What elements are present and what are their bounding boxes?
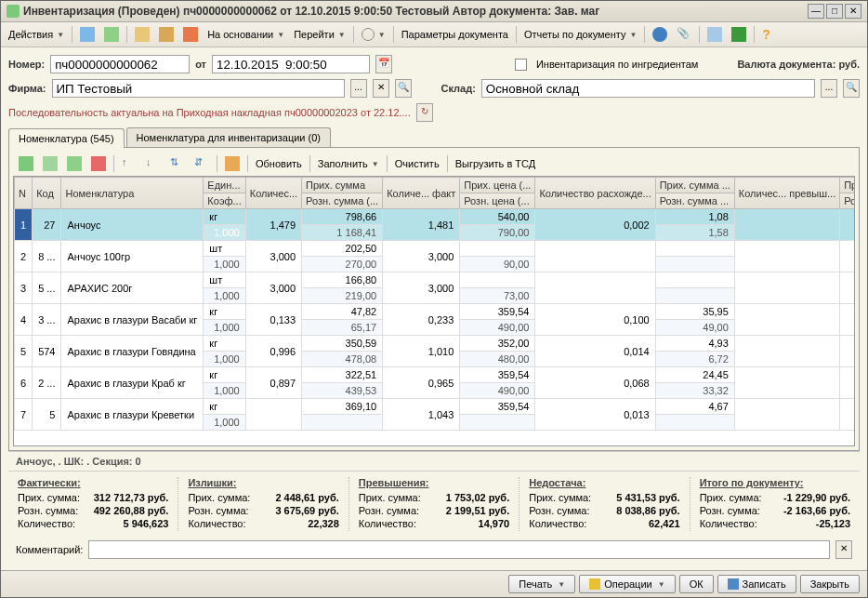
fill-menu[interactable]: Заполнить▼ [314,156,383,171]
doc-col: Итого по документу: Прих. сумма:-1 229,9… [690,477,860,531]
col-psumover[interactable]: Прих. сумма превы... [840,178,855,193]
window-title: Инвентаризация (Проведен) пч000000000006… [23,5,808,18]
col-n[interactable]: N [15,178,33,209]
firm-input[interactable] [52,79,345,98]
table-toolbar: ↑ ↓ ⇅ ⇵ Обновить Заполнить▼ Очистить Выг… [13,152,855,176]
table-row[interactable]: 43 ...Арахис в глазури Васаби кгкг0,1334… [15,304,856,320]
refresh-button[interactable]: Обновить [252,156,306,171]
titlebar: Инвентаризация (Проведен) пч000000000006… [1,1,867,22]
sequence-refresh-icon[interactable]: ↻ [416,103,433,122]
col-pprice[interactable]: Прих. цена (... [460,178,535,193]
list-icon[interactable] [704,25,726,44]
col-code[interactable]: Код [33,178,61,209]
info-icon[interactable] [649,25,671,44]
cancel-button[interactable]: Закрыть [800,575,860,593]
tab-inventory-nomen[interactable]: Номенклатура для инвентаризации (0) [126,127,331,147]
col-koef[interactable]: Коэф... [204,193,245,209]
fact-col: Фактически: Прих. сумма:312 712,73 руб. … [8,477,178,531]
ingredients-label: Инвентаризация по ингредиентам [536,59,699,70]
table-row[interactable]: 28 ...Анчоус 100гршт3,000202,503,000 [15,241,856,257]
warehouse-search-icon[interactable]: 🔍 [843,79,860,98]
ingredients-checkbox[interactable] [515,59,527,71]
toolbar-icon-2[interactable] [100,25,123,44]
export-tsd-button[interactable]: Выгрузить в ТСД [452,156,540,171]
clock-icon[interactable]: ▼ [358,26,389,43]
tab-nomenclature[interactable]: Номенклатура (545) [8,128,125,148]
col-qty[interactable]: Количес... [245,178,301,209]
comment-input[interactable] [88,540,830,559]
col-rsumover[interactable]: Розн. сумма превы... [840,193,855,209]
app-icon [7,5,20,18]
ok-button[interactable]: ОК [679,575,714,593]
totals-panel: Фактически: Прих. сумма:312 712,73 руб. … [8,471,860,537]
col-unit[interactable]: Един... [204,178,245,193]
firm-select-button[interactable]: ... [350,79,367,98]
currency-label: Валюта документа: руб. [737,59,860,70]
short-col: Недостача: Прих. сумма:5 431,53 руб. Роз… [519,477,690,531]
col-nomen[interactable]: Номенклатура [61,178,204,209]
sort-desc-icon[interactable]: ⇵ [191,154,213,173]
table-row[interactable]: 35 ...АРАХИС 200гшт3,000166,803,000 [15,272,856,288]
help-icon[interactable]: ? [758,25,781,44]
toolbar-icon-5[interactable] [179,25,202,44]
table-row[interactable]: 62 ...Арахис в глазури Краб кгкг0,897322… [15,367,856,383]
add-row-icon[interactable] [15,154,37,173]
print-button[interactable]: Печать▼ [508,575,575,593]
col-qover[interactable]: Количес... превыш... [734,178,839,209]
from-label: от [195,59,206,70]
table-row[interactable]: 75Арахис в глазури Креветкикг369,101,043… [15,399,856,415]
minimize-button[interactable]: — [808,4,824,19]
reports-menu[interactable]: Отчеты по документу▼ [520,27,640,42]
close-button[interactable]: ✕ [845,4,861,19]
copy-row-icon[interactable] [39,154,61,173]
toolbar-icon-1[interactable] [76,25,99,44]
table-row[interactable]: 127Анчоускг1,479798,661,481540,000,0021,… [15,209,856,225]
excel-icon[interactable] [728,25,750,44]
calendar-icon[interactable]: 📅 [375,55,392,73]
col-rprice[interactable]: Розн. цена (... [460,193,535,209]
selection-info: Анчоус, . ШК: . Секция: 0 [8,451,860,471]
over-col: Превышения: Прих. сумма:1 753,02 руб. Ро… [349,477,519,531]
data-grid[interactable]: N Код Номенклатура Един... Количес... Пр… [13,176,855,446]
col-psum2[interactable]: Прих. сумма ... [655,178,734,193]
edit-row-icon[interactable] [63,154,85,173]
toolbar-icon-4[interactable] [155,25,178,44]
move-down-icon[interactable]: ↓ [142,154,164,173]
clear-button[interactable]: Очистить [391,156,443,171]
col-qdiff[interactable]: Количество расхожде... [535,178,655,209]
params-button[interactable]: Параметры документа [398,27,512,42]
comment-label: Комментарий: [16,544,83,555]
move-up-icon[interactable]: ↑ [118,154,140,173]
date-input[interactable] [212,55,370,73]
save-button[interactable]: Записать [717,575,796,593]
operations-button[interactable]: Операции▼ [579,575,675,593]
maximize-button[interactable]: □ [826,4,843,19]
pick-icon[interactable] [221,154,243,173]
col-psum[interactable]: Прих. сумма [302,178,383,193]
firm-clear-button[interactable]: ✕ [373,79,389,98]
col-rsum2[interactable]: Розн. сумма ... [655,193,734,209]
col-qfact[interactable]: Количе... факт [383,178,460,209]
sequence-text: Последовательность актуальна на Приходна… [8,107,411,118]
delete-row-icon[interactable] [87,154,110,173]
number-label: Номер: [8,59,45,70]
actions-menu[interactable]: Действия▼ [5,27,68,42]
sort-asc-icon[interactable]: ⇅ [166,154,189,173]
firm-search-icon[interactable]: 🔍 [395,79,412,98]
main-toolbar: Действия▼ На основании▼ Перейти▼ ▼ Парам… [1,22,867,47]
comment-clear-button[interactable]: ✕ [835,540,852,559]
col-rsum[interactable]: Розн. сумма (... [302,193,383,209]
attach-icon[interactable]: 📎 [673,25,695,44]
surplus-col: Излишки: Прих. сумма:2 448,61 руб. Розн.… [178,477,349,531]
bottom-bar: Печать▼ Операции▼ ОК Записать Закрыть [1,570,867,597]
goto-menu[interactable]: Перейти▼ [290,27,349,42]
firm-label: Фирма: [8,83,46,94]
toolbar-icon-3[interactable] [131,25,153,44]
warehouse-input[interactable] [481,79,815,98]
based-on-menu[interactable]: На основании▼ [204,27,288,42]
table-row[interactable]: 5574Арахис в глазури Говядинакг0,996350,… [15,336,856,352]
warehouse-select-button[interactable]: ... [821,79,837,98]
warehouse-label: Склад: [441,83,476,94]
number-input[interactable] [50,55,190,73]
